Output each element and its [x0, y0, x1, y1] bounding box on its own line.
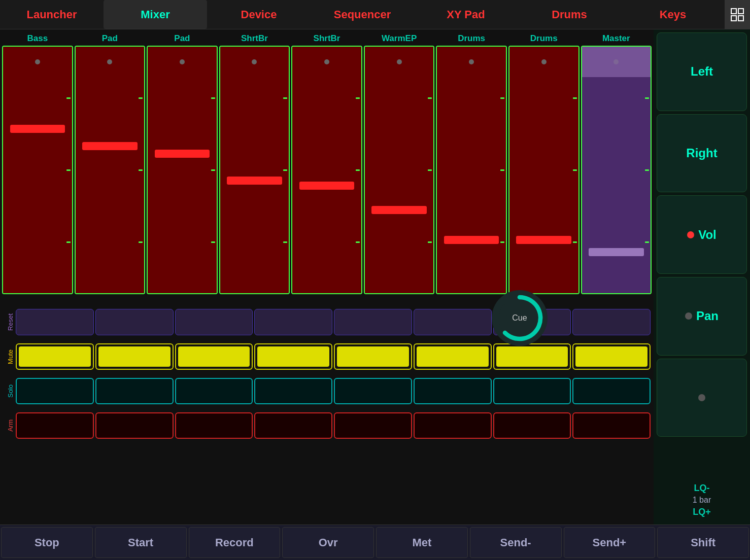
nav-drums[interactable]: Drums [518, 0, 621, 29]
channel-pad2: Pad [147, 31, 218, 303]
stop-button[interactable]: Stop [1, 527, 93, 558]
channel-shrtbr1-fader[interactable] [219, 46, 290, 294]
channel-warmep-label: WarmEP [364, 31, 435, 46]
arm-btn-shrtbr1[interactable] [254, 412, 332, 439]
channel-warmep-fader[interactable] [364, 46, 435, 294]
channel-drums2-label: Drums [508, 31, 579, 46]
top-nav: Launcher Mixer Device Sequencer XY Pad D… [0, 0, 750, 29]
channel-drums1-fader[interactable] [436, 46, 507, 294]
channel-pad1: Pad [75, 31, 146, 303]
channel-master-label: Master [581, 31, 652, 46]
mute-row: Mute [2, 339, 652, 374]
reset-btn-pad2[interactable] [175, 309, 253, 335]
arm-btn-drums2[interactable] [572, 412, 651, 439]
arm-btn-shrtbr2[interactable] [334, 412, 412, 439]
reset-btn-bass[interactable] [16, 309, 94, 335]
expand-button[interactable] [725, 0, 750, 29]
channel-bass-fader[interactable] [2, 46, 73, 294]
mute-btn-shrtbr2[interactable] [334, 343, 412, 370]
extra-button[interactable] [657, 359, 747, 437]
mute-btn-shrtbr1[interactable] [254, 343, 332, 370]
arm-buttons [16, 411, 651, 440]
solo-btn-drums1[interactable] [493, 378, 571, 404]
nav-sequencer[interactable]: Sequencer [311, 0, 414, 29]
channel-bass: Bass [2, 31, 73, 303]
channel-shrtbr2-label: ShrtBr [291, 31, 362, 46]
svg-rect-3 [738, 16, 743, 21]
channel-pad1-fader[interactable] [75, 46, 146, 294]
channel-pad2-label: Pad [147, 31, 218, 46]
cue-label: Cue [512, 313, 527, 323]
mixer-content: Bass Pad [0, 29, 654, 524]
channel-drums2: Drums [508, 31, 579, 303]
reset-btn-pad1[interactable] [95, 309, 174, 335]
svg-rect-2 [731, 16, 736, 21]
channel-master-fader[interactable] [581, 46, 652, 294]
lq-plus[interactable]: LQ+ [693, 507, 711, 517]
channel-drums2-fader[interactable] [508, 46, 579, 294]
channel-master: Master [581, 31, 652, 303]
page: Launcher Mixer Device Sequencer XY Pad D… [0, 0, 750, 560]
arm-btn-warmep[interactable] [414, 412, 492, 439]
right-panel: Left Right Vol Pan LQ- 1 bar LQ+ [654, 29, 750, 524]
reset-btn-shrtbr2[interactable] [334, 309, 412, 335]
reset-btn-warmep[interactable] [414, 309, 492, 335]
bottom-bar: Stop Start Record Ovr Met Send- Send+ Sh… [0, 524, 750, 560]
met-button[interactable]: Met [376, 527, 468, 558]
channel-shrtbr2-fader[interactable] [291, 46, 362, 294]
mute-label: Mute [3, 349, 14, 364]
channel-section: Bass Pad [0, 29, 654, 303]
solo-btn-bass[interactable] [16, 378, 94, 404]
right-button[interactable]: Right [657, 114, 747, 193]
solo-btn-warmep[interactable] [414, 378, 492, 404]
lq-minus[interactable]: LQ- [694, 483, 710, 494]
cue-knob[interactable]: Cue [492, 290, 548, 346]
solo-label: Solo [3, 384, 14, 398]
nav-device[interactable]: Device [207, 0, 311, 29]
vol-button[interactable]: Vol [657, 195, 747, 274]
mute-btn-pad1[interactable] [95, 343, 174, 370]
left-button[interactable]: Left [657, 32, 747, 111]
channel-shrtbr1: ShrtBr [219, 31, 290, 303]
solo-btn-shrtbr1[interactable] [254, 378, 332, 404]
record-button[interactable]: Record [189, 527, 281, 558]
channel-drums1-label: Drums [436, 31, 507, 46]
svg-rect-0 [731, 9, 736, 14]
solo-btn-pad2[interactable] [175, 378, 253, 404]
mute-buttons [16, 342, 651, 371]
nav-xypad[interactable]: XY Pad [414, 0, 518, 29]
ovr-button[interactable]: Ovr [282, 527, 374, 558]
controls-section: Reset Mute [0, 303, 654, 443]
arm-btn-pad1[interactable] [95, 412, 174, 439]
solo-btn-shrtbr2[interactable] [334, 378, 412, 404]
vol-indicator [687, 231, 694, 238]
channel-pad1-label: Pad [75, 31, 146, 46]
nav-launcher[interactable]: Launcher [0, 0, 104, 29]
pan-button[interactable]: Pan [657, 277, 747, 356]
nav-keys[interactable]: Keys [621, 0, 725, 29]
send-plus-button[interactable]: Send+ [564, 527, 656, 558]
arm-btn-pad2[interactable] [175, 412, 253, 439]
reset-btn-shrtbr1[interactable] [254, 309, 332, 335]
reset-row: Reset [2, 305, 652, 339]
mute-btn-pad2[interactable] [175, 343, 253, 370]
nav-mixer[interactable]: Mixer [104, 0, 207, 29]
channel-pad2-fader[interactable] [147, 46, 218, 294]
arm-btn-bass[interactable] [16, 412, 94, 439]
arm-btn-drums1[interactable] [493, 412, 571, 439]
solo-row: Solo [2, 374, 652, 408]
solo-btn-drums2[interactable] [572, 378, 651, 404]
mute-btn-bass[interactable] [16, 343, 94, 370]
solo-btn-pad1[interactable] [95, 378, 174, 404]
send-minus-button[interactable]: Send- [470, 527, 562, 558]
mute-btn-warmep[interactable] [414, 343, 492, 370]
start-button[interactable]: Start [95, 527, 187, 558]
extra-indicator [698, 394, 705, 401]
reset-buttons [16, 307, 651, 337]
arm-row: Arm [2, 408, 652, 443]
mute-btn-drums2[interactable] [572, 343, 651, 370]
channel-drums1: Drums [436, 31, 507, 303]
shift-button[interactable]: Shift [657, 527, 749, 558]
reset-btn-drums2[interactable] [572, 309, 651, 335]
svg-rect-1 [738, 9, 743, 14]
